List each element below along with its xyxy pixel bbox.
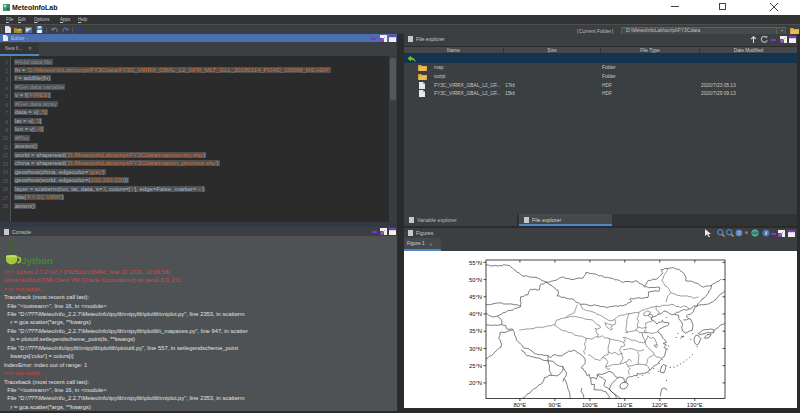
svg-text:35°N: 35°N xyxy=(469,328,482,334)
svg-text:25°N: 25°N xyxy=(469,363,482,369)
svg-text:100°E: 100°E xyxy=(582,402,598,408)
svg-text:45°N: 45°N xyxy=(469,294,482,300)
svg-text:20°N: 20°N xyxy=(469,380,482,386)
svg-text:40°N: 40°N xyxy=(469,311,482,317)
svg-text:55°N: 55°N xyxy=(469,260,482,266)
svg-text:30°N: 30°N xyxy=(469,346,482,352)
svg-text:130°E: 130°E xyxy=(687,402,703,408)
svg-text:50°N: 50°N xyxy=(469,277,482,283)
svg-text:Jython: Jython xyxy=(22,255,53,266)
svg-text:110°E: 110°E xyxy=(617,402,633,408)
svg-text:80°E: 80°E xyxy=(514,402,527,408)
svg-text:120°E: 120°E xyxy=(652,402,668,408)
svg-text:90°E: 90°E xyxy=(549,402,562,408)
